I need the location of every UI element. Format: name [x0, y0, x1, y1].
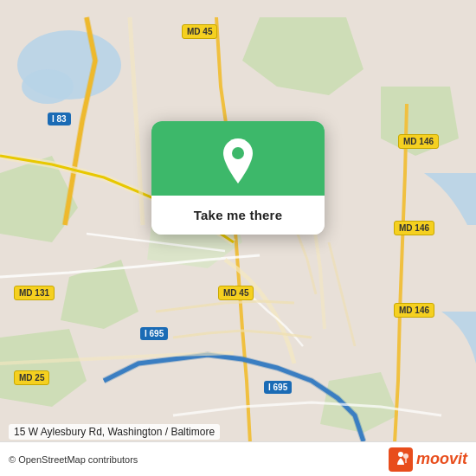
moovit-icon	[389, 447, 413, 472]
road-badge-i695-left: I 695	[140, 327, 168, 340]
road-badge-md146-2: MD 146	[394, 221, 434, 235]
svg-point-2	[22, 69, 74, 104]
moovit-brand-text: moovit	[416, 450, 467, 468]
road-badge-md45-mid: MD 45	[218, 286, 254, 300]
take-me-there-button[interactable]: Take me there	[151, 196, 325, 235]
road-badge-md131: MD 131	[14, 286, 55, 300]
svg-point-6	[403, 453, 408, 459]
popup-header	[151, 121, 325, 196]
road-badge-i695-right: I 695	[264, 381, 292, 394]
road-badge-md146-3: MD 146	[394, 303, 434, 318]
road-badge-md146-1: MD 146	[398, 134, 439, 149]
map-container: I 83 MD 45 MD 45 MD 146 MD 146 MD 146 MD…	[0, 0, 476, 476]
road-badge-md25: MD 25	[14, 370, 49, 385]
address-label: 15 W Aylesbury Rd, Washington / Baltimor…	[9, 424, 220, 440]
popup-card: Take me there	[151, 121, 325, 235]
location-pin-icon	[219, 138, 257, 183]
bottom-bar: © OpenStreetMap contributors moovit	[0, 441, 476, 476]
road-badge-md45-top: MD 45	[182, 24, 217, 39]
osm-credit: © OpenStreetMap contributors	[9, 454, 138, 465]
moovit-logo: moovit	[389, 447, 467, 472]
road-badge-i83: I 83	[48, 113, 71, 125]
map-background	[0, 0, 476, 476]
svg-point-5	[398, 452, 403, 457]
svg-point-3	[232, 147, 244, 159]
